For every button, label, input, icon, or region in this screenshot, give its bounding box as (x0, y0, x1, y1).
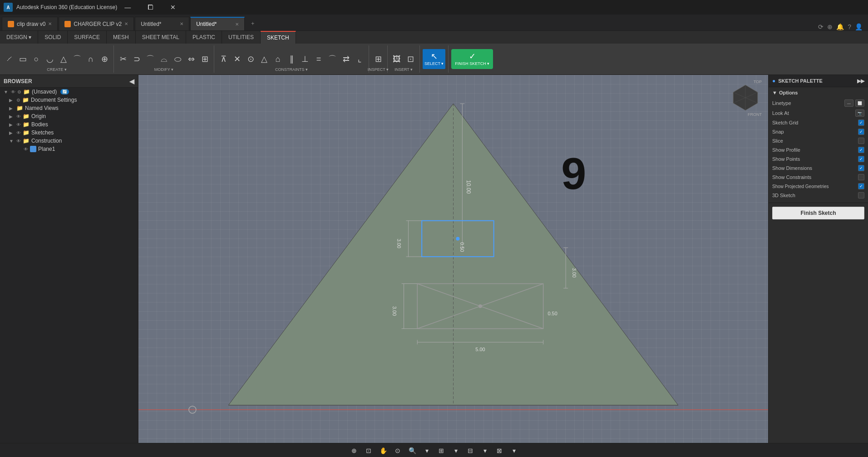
viewport-cube[interactable]: TOP FRONT (727, 79, 764, 116)
look-at-button[interactable]: 📷 (855, 109, 864, 117)
show-projected-checkbox[interactable] (858, 183, 864, 189)
nav-refresh-icon[interactable]: ⟳ (818, 23, 824, 30)
show-points-checkbox[interactable] (858, 156, 864, 162)
ribbon-btn-fillet[interactable]: ⌓ (158, 49, 170, 69)
tab-clip-draw[interactable]: clip draw v0 ✕ (2, 17, 58, 30)
tab-close-clip-draw[interactable]: ✕ (48, 21, 52, 26)
browser-item-origin[interactable]: ▶ 👁 📁 Origin (0, 112, 138, 120)
show-constraints-checkbox[interactable] (858, 174, 864, 180)
snap-checkbox[interactable] (858, 129, 864, 135)
browser-close-button[interactable]: ◀ (129, 78, 134, 85)
tab-untitled1[interactable]: Untitled* ✕ (135, 17, 189, 30)
new-tab-button[interactable]: + (246, 17, 260, 30)
ribbon-btn-point[interactable]: ⊕ (98, 49, 111, 69)
eye-construction-icon[interactable]: 👁 (16, 139, 21, 144)
ribbon-btn-concentric[interactable]: ⊙ (244, 49, 257, 69)
browser-item-bodies[interactable]: ▶ 👁 📁 Bodies (0, 120, 138, 129)
eye-bodies-icon[interactable]: 👁 (16, 122, 21, 127)
ribbon-btn-finish-sketch[interactable]: ✓ FINISH SKETCH ▾ (451, 49, 493, 69)
toolbar-orbit-button[interactable]: ⊕ (349, 445, 360, 456)
ribbon-btn-break[interactable]: ⌒ (144, 49, 157, 69)
minimize-button[interactable]: — (117, 0, 138, 15)
toolbar-dropdown4-button[interactable]: ▾ (508, 445, 519, 456)
eye-origin-icon[interactable]: 👁 (16, 114, 21, 119)
browser-item-plane1[interactable]: 👁 Plane1 (0, 145, 138, 153)
maximize-button[interactable]: ⧠ (140, 0, 161, 15)
ribbon-tab-plastic[interactable]: PLASTIC (186, 31, 222, 44)
slice-checkbox[interactable] (858, 138, 864, 144)
palette-expand-button[interactable]: ▶▶ (857, 78, 864, 84)
ribbon-tab-sheet-metal[interactable]: SHEET METAL (136, 31, 186, 44)
ribbon-btn-midpoint[interactable]: △ (258, 49, 271, 69)
linetype-btn-1[interactable]: — (844, 99, 853, 107)
toolbar-zoom-button[interactable]: 🔍 (407, 445, 418, 456)
toolbar-dropdown1-button[interactable]: ▾ (421, 445, 432, 456)
ribbon-tab-mesh[interactable]: MESH (107, 31, 136, 44)
ribbon-btn-equal[interactable]: = (312, 49, 325, 69)
ribbon-btn-insert-image[interactable]: 🖼 (390, 49, 403, 69)
show-dimensions-checkbox[interactable] (858, 165, 864, 171)
ribbon-tab-sketch[interactable]: SKETCH (261, 31, 296, 44)
ribbon-btn-select[interactable]: ↖ SELECT ▾ (423, 49, 445, 69)
ribbon-btn-coincident[interactable]: ⊼ (217, 49, 230, 69)
nav-account-icon[interactable]: 👤 (855, 23, 863, 30)
linetype-btn-2[interactable]: ⬜ (855, 99, 864, 107)
sketch-grid-checkbox[interactable] (858, 119, 864, 126)
ribbon-btn-perpendicular[interactable]: ⊥ (299, 49, 311, 69)
ribbon-tab-surface[interactable]: SURFACE (68, 31, 107, 44)
ribbon-btn-inspect[interactable]: ⊞ (372, 49, 385, 69)
ribbon-btn-circle[interactable]: ○ (30, 49, 43, 69)
ribbon-btn-line[interactable]: ⟋ (3, 49, 15, 69)
toolbar-grid-button[interactable]: ⊞ (436, 445, 447, 456)
tab-close-untitled1[interactable]: ✕ (180, 21, 183, 26)
ribbon-btn-tangent[interactable]: ⌒ (326, 49, 339, 69)
browser-item-named-views[interactable]: ▶ 📁 Named Views (0, 104, 138, 112)
toolbar-dropdown3-button[interactable]: ▾ (479, 445, 490, 456)
tab-charger-clip[interactable]: CHARGER CLIP v2 ✕ (59, 17, 134, 30)
ribbon-btn-offset[interactable]: ⬭ (171, 49, 184, 69)
tab-untitled2[interactable]: Untitled* ✕ (190, 17, 245, 30)
eye-plane1-icon[interactable]: 👁 (24, 147, 28, 152)
show-profile-checkbox[interactable] (858, 147, 864, 153)
tab-close-untitled2[interactable]: ✕ (235, 22, 239, 27)
toolbar-hand-button[interactable]: ✋ (378, 445, 389, 456)
ribbon-btn-conic[interactable]: ∩ (84, 49, 97, 69)
nav-home-icon[interactable]: ⊕ (827, 23, 833, 30)
ribbon-btn-curvature[interactable]: ⌞ (353, 49, 366, 69)
3d-sketch-checkbox[interactable] (858, 192, 864, 199)
ribbon-tab-design[interactable]: DESIGN ▾ (0, 31, 38, 44)
toolbar-dropdown2-button[interactable]: ▾ (450, 445, 461, 456)
ribbon-btn-trim[interactable]: ✂ (117, 49, 129, 69)
ribbon-btn-symmetric[interactable]: ⇄ (340, 49, 352, 69)
ribbon-btn-mirror[interactable]: ⇔ (185, 49, 197, 69)
close-button[interactable]: ✕ (163, 0, 183, 15)
nav-bell-icon[interactable]: 🔔 (836, 23, 844, 30)
ribbon-btn-arc[interactable]: ◡ (44, 49, 56, 69)
toolbar-render-button[interactable]: ⊠ (494, 445, 505, 456)
ribbon-btn-pattern[interactable]: ⊞ (198, 49, 211, 69)
cog-icon[interactable]: ⚙ (17, 89, 21, 94)
browser-item-unsaved[interactable]: ▼ 👁 ⚙ 📁 (Unsaved) 🔄 (0, 88, 138, 96)
ribbon-btn-insert-dxf[interactable]: ⊡ (404, 49, 417, 69)
eye-icon[interactable]: 👁 (11, 89, 15, 94)
ribbon-btn-fix[interactable]: ⌂ (271, 49, 284, 69)
toolbar-orbit2-button[interactable]: ⊙ (392, 445, 403, 456)
ribbon-btn-polygon[interactable]: △ (57, 49, 70, 69)
finish-sketch-button[interactable]: Finish Sketch (772, 207, 864, 219)
toolbar-pan-button[interactable]: ⊡ (363, 445, 374, 456)
browser-item-doc-settings[interactable]: ▶ ⚙ 📁 Document Settings (0, 96, 138, 104)
canvas-area[interactable]: 10.00 0.50 3.00 0.50 3.00 (138, 75, 768, 443)
ribbon-btn-collinear[interactable]: ✕ (231, 49, 243, 69)
ribbon-btn-extend[interactable]: ⊃ (130, 49, 143, 69)
browser-item-construction[interactable]: ▼ 👁 📁 Construction (0, 137, 138, 145)
ribbon-tab-utilities[interactable]: UTILITIES (222, 31, 261, 44)
toolbar-display-button[interactable]: ⊟ (465, 445, 476, 456)
ribbon-btn-parallel[interactable]: ∥ (285, 49, 298, 69)
nav-question-icon[interactable]: ? (848, 23, 851, 30)
eye-sketches-icon[interactable]: 👁 (16, 130, 21, 135)
ribbon-btn-rect[interactable]: ▭ (16, 49, 29, 69)
browser-item-sketches[interactable]: ▶ 👁 📁 Sketches (0, 129, 138, 137)
ribbon-tab-solid[interactable]: SOLID (38, 31, 68, 44)
palette-options-title[interactable]: ▼ Options (772, 90, 864, 95)
ribbon-btn-spline[interactable]: ⌒ (71, 49, 84, 69)
